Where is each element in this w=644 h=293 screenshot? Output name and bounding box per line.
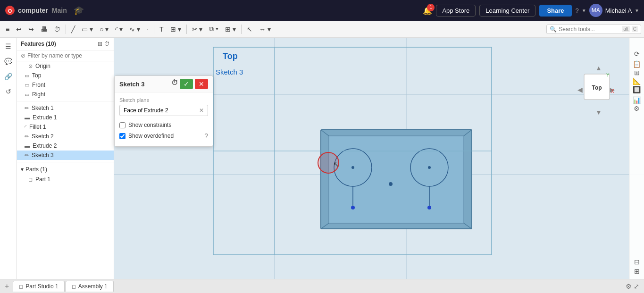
history-button[interactable]: ⏱: [51, 24, 63, 35]
main-area: ☰ 💬 🔗 ↺ Features (10) ⊞ ⏱ ⊘: [0, 38, 644, 279]
right-panel-bottom-2[interactable]: ⊞: [634, 268, 640, 275]
right-panel-bottom-1[interactable]: ⊟: [634, 258, 640, 266]
filter-input[interactable]: [27, 52, 110, 59]
app-store-button[interactable]: App Store: [436, 5, 476, 17]
graduation-icon[interactable]: 🎓: [74, 5, 84, 16]
right-panel-icon-1[interactable]: ⟳: [634, 50, 640, 58]
sketch-help-icon[interactable]: ?: [204, 132, 208, 140]
plane-icon-top: ▭: [25, 73, 29, 79]
tree-item-right[interactable]: ▭ Right: [17, 90, 114, 99]
undo-button[interactable]: ↩: [13, 24, 25, 35]
part-studio-tab-label: Part Studio 1: [25, 283, 58, 290]
arc-tool[interactable]: ◜ ▾: [112, 24, 125, 35]
right-panel-icon-4[interactable]: 📐: [633, 77, 641, 85]
tree-item-fillet1[interactable]: ◜ Fillet 1: [17, 122, 114, 132]
search-kbd-alt: alt: [622, 26, 630, 32]
canvas-grid-svg: Top Sketch 3: [114, 38, 644, 279]
tree-item-extrude2[interactable]: ▬ Extrude 2: [17, 141, 114, 151]
tree-item-origin[interactable]: ⊙ Origin: [17, 61, 114, 71]
tree-item-front[interactable]: ▭ Front: [17, 80, 114, 90]
show-constraints-checkbox[interactable]: [119, 122, 125, 128]
features-icon[interactable]: ☰: [2, 41, 14, 52]
learning-center-button[interactable]: Learning Center: [479, 5, 535, 17]
show-overdefined-checkbox[interactable]: [119, 133, 125, 139]
add-tab-button[interactable]: +: [2, 282, 12, 291]
extrude2-label: Extrude 2: [33, 142, 57, 149]
offset-tool[interactable]: ⧉ ▾: [206, 23, 221, 35]
right-panel-icon-2[interactable]: 📋: [633, 60, 641, 68]
svg-point-21: [428, 166, 431, 169]
tree-item-sketch1[interactable]: ✏ Sketch 1: [17, 103, 114, 113]
tree-item-sketch3[interactable]: ✏ Sketch 3: [17, 151, 114, 160]
show-constraints-label: Show constraints: [128, 122, 171, 128]
comment-icon[interactable]: 💬: [1, 56, 15, 67]
point-tool[interactable]: ·: [144, 24, 151, 35]
top-navigation: O computer Main 🎓 🔔 1 App Store Learning…: [0, 0, 644, 21]
right-panel-icon-6[interactable]: 📊: [633, 96, 641, 104]
right-label: Right: [32, 91, 45, 98]
svg-point-19: [351, 206, 355, 209]
svg-point-17: [351, 166, 354, 169]
features-clock-btn[interactable]: ⏱: [104, 41, 110, 47]
print-button[interactable]: 🖶: [38, 24, 50, 35]
measure-tool[interactable]: ↔ ▾: [256, 24, 274, 35]
fillet1-label: Fillet 1: [29, 124, 46, 130]
svg-text:O: O: [8, 8, 12, 14]
part-studio-tab-icon: ◻: [19, 284, 23, 290]
features-view-btn[interactable]: ⊞: [98, 41, 102, 47]
canvas-area[interactable]: Top Sketch 3: [114, 38, 644, 279]
right-panel-icon-5[interactable]: 🔲: [633, 86, 641, 93]
tree-item-sketch2[interactable]: ✏ Sketch 2: [17, 132, 114, 141]
sketch-clock-icon[interactable]: ⏱: [171, 79, 178, 89]
tab-part-studio[interactable]: ◻ Part Studio 1: [13, 281, 64, 292]
sketch-icon-2: ✏: [25, 134, 29, 140]
toolbar-separator-4: [241, 25, 242, 34]
view-cube-svg: ▲ ▼ ◀ ▶ Top Y X: [576, 64, 618, 116]
features-list-btn[interactable]: ≡: [3, 24, 12, 35]
origin-label: Origin: [35, 63, 50, 69]
notification-badge: 1: [427, 4, 435, 11]
sketch-confirm-button[interactable]: ✓: [180, 79, 193, 89]
trim-tool[interactable]: ✂ ▾: [189, 24, 206, 35]
share-button[interactable]: Share: [539, 5, 571, 17]
grid-tool[interactable]: ⊞ ▾: [222, 24, 239, 35]
transform-tool[interactable]: ⊞ ▾: [167, 24, 184, 35]
right-panel-icon-3[interactable]: ⊞: [634, 69, 640, 76]
notifications-bell[interactable]: 🔔 1: [423, 6, 432, 15]
svg-text:▼: ▼: [595, 109, 602, 116]
help-icon[interactable]: ?: [576, 7, 579, 14]
fillet-icon-1: ◜: [25, 124, 26, 130]
tab-assembly[interactable]: ◻ Assembly 1: [66, 281, 114, 292]
user-name: Michael A: [605, 7, 632, 14]
sketch-plane-clear-button[interactable]: ✕: [199, 107, 204, 114]
circle-tool[interactable]: ○ ▾: [97, 24, 111, 35]
history-side-icon[interactable]: ↺: [3, 86, 14, 97]
user-menu[interactable]: ? ▼ MA Michael A ▼: [576, 4, 639, 17]
parts-header[interactable]: ▾ Parts (1): [17, 164, 114, 175]
line-tool[interactable]: ╱: [68, 24, 78, 35]
sketch-cancel-button[interactable]: ✕: [195, 79, 208, 89]
bottom-expand-icon[interactable]: ⤢: [634, 283, 639, 290]
spline-tool[interactable]: ∿ ▾: [126, 24, 143, 35]
parts-title: Parts (1): [25, 166, 47, 173]
logo[interactable]: O computer Main: [5, 5, 67, 16]
select-tool[interactable]: ↖: [244, 24, 255, 35]
bottom-settings-icon[interactable]: ⚙: [626, 283, 632, 290]
text-tool[interactable]: T: [157, 24, 167, 35]
show-overdefined-label: Show overdefined: [128, 133, 174, 139]
assembly-tab-label: Assembly 1: [78, 283, 108, 290]
tree-item-top[interactable]: ▭ Top: [17, 71, 114, 80]
right-panel-icon-7[interactable]: ⚙: [634, 105, 640, 112]
part1-label: Part 1: [35, 176, 50, 183]
rectangle-tool[interactable]: ▭ ▾: [79, 24, 96, 35]
front-label: Front: [32, 82, 45, 88]
redo-button[interactable]: ↪: [25, 24, 37, 35]
instances-icon[interactable]: 🔗: [1, 71, 15, 82]
search-tools-input[interactable]: [559, 26, 620, 33]
tree-item-part1[interactable]: ◻ Part 1: [17, 175, 114, 184]
svg-text:◀: ◀: [577, 86, 583, 93]
search-kbd-c: C: [632, 26, 638, 32]
extrude-icon-2: ▬: [25, 143, 30, 149]
svg-text:Y: Y: [606, 73, 610, 78]
tree-item-extrude1[interactable]: ▬ Extrude 1: [17, 113, 114, 122]
